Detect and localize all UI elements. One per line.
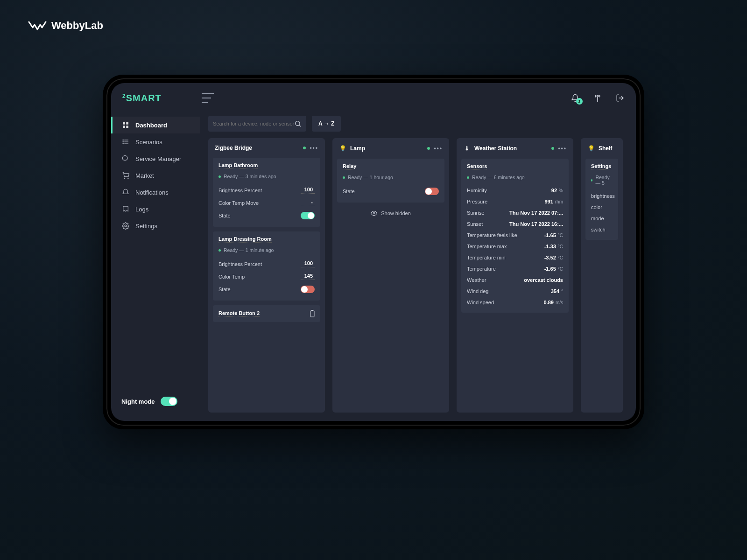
- card-menu-icon[interactable]: •••: [434, 145, 443, 152]
- row-unit: °C: [558, 244, 563, 249]
- card-menu-icon[interactable]: •••: [558, 145, 567, 152]
- svg-point-18: [373, 212, 375, 214]
- row-unit: °C: [558, 255, 563, 260]
- search-box[interactable]: [208, 116, 306, 132]
- row-unit: °: [561, 289, 563, 294]
- row-value[interactable]: 145: [301, 273, 315, 280]
- row-label: Wind deg: [467, 288, 488, 294]
- row-value[interactable]: 100: [301, 187, 315, 194]
- row-label: mode: [591, 216, 604, 221]
- svg-point-11: [124, 178, 125, 178]
- row-value[interactable]: -: [301, 199, 315, 206]
- logout-icon[interactable]: [615, 93, 625, 103]
- sidebar-item-dashboard[interactable]: Dashboard: [111, 117, 200, 133]
- row-label: Sunset: [467, 221, 483, 227]
- sub-title: Settings: [591, 163, 611, 170]
- sub-title: Relay: [343, 163, 356, 170]
- row-label: Temperature min: [467, 255, 506, 260]
- shelf-icon: 💡: [587, 145, 595, 152]
- svg-rect-4: [126, 126, 128, 128]
- show-hidden-button[interactable]: Show hidden: [337, 207, 444, 218]
- lamp-icon: 💡: [339, 145, 346, 152]
- webbylab-icon: [28, 20, 47, 32]
- row-label: Temperature: [467, 266, 496, 272]
- market-icon: [121, 171, 130, 180]
- row-label: Pressure: [467, 199, 487, 204]
- state-toggle[interactable]: [425, 188, 439, 195]
- row-value: -1.65: [544, 232, 556, 238]
- row-value: 354: [551, 288, 559, 294]
- sidebar-item-label: Notifications: [135, 189, 169, 196]
- svg-point-0: [597, 95, 598, 97]
- card-shelf: 💡Shelf Settings Ready — 5 brightness col…: [581, 138, 623, 413]
- row-label: Sunrise: [467, 210, 484, 216]
- scenarios-icon: [121, 138, 130, 146]
- row-value: 92: [551, 188, 557, 193]
- sidebar-item-scenarios[interactable]: Scenarios: [111, 133, 200, 150]
- row-unit: °C: [558, 233, 563, 238]
- sort-button[interactable]: A → Z: [312, 116, 341, 132]
- sidebar-item-service-manager[interactable]: Service Manager: [111, 150, 200, 167]
- sidebar-item-market[interactable]: Market: [111, 167, 200, 184]
- row-value[interactable]: 100: [301, 260, 315, 267]
- menu-icon[interactable]: [202, 93, 214, 103]
- sub-status: Ready — 3 minutes ago: [224, 174, 276, 179]
- app-logo-prefix: 2: [122, 93, 126, 99]
- sub-title: Sensors: [467, 163, 487, 170]
- sub-remote-button: Remote Button 2: [213, 305, 320, 322]
- sidebar: Dashboard Scenarios Service Manager Mark…: [111, 113, 200, 421]
- sub-relay: Relay Ready — 1 hour ago State: [337, 159, 444, 203]
- night-mode-toggle[interactable]: [161, 397, 177, 406]
- sidebar-item-notifications[interactable]: Notifications: [111, 184, 200, 201]
- row-label: brightness: [591, 193, 615, 199]
- app-logo-text: SMART: [126, 93, 162, 103]
- sub-shelf-settings: Settings Ready — 5 brightness color mode…: [585, 159, 618, 240]
- svg-point-12: [128, 178, 128, 178]
- row-label: State: [218, 213, 231, 218]
- app-screen: 2SMART 2 Dashboard Scenarios: [111, 83, 636, 421]
- row-value: Thu Nov 17 2022 07:...: [509, 210, 563, 216]
- row-label: Brightness Percent: [218, 261, 262, 267]
- row-label: Temperature max: [467, 244, 507, 249]
- row-label: Brightness Percent: [218, 188, 262, 193]
- search-input[interactable]: [213, 121, 294, 126]
- svg-rect-16: [310, 311, 314, 317]
- bell-icon: [121, 188, 130, 196]
- app-logo: 2SMART: [122, 93, 202, 104]
- svg-rect-2: [126, 122, 128, 125]
- battery-icon: [310, 310, 315, 317]
- tablet-frame: 2SMART 2 Dashboard Scenarios: [103, 75, 644, 429]
- eye-icon: [371, 210, 377, 217]
- sub-status: Ready — 1 minute ago: [224, 247, 274, 253]
- row-value: 0.89: [543, 300, 553, 305]
- row-label: State: [218, 287, 231, 292]
- card-title: Shelf: [599, 145, 612, 152]
- sub-title: Lamp Bathroom: [218, 162, 258, 169]
- status-dot: [303, 147, 306, 149]
- row-unit: m/s: [556, 300, 563, 305]
- antenna-icon[interactable]: [593, 93, 602, 103]
- sidebar-item-label: Scenarios: [135, 139, 162, 146]
- sidebar-item-logs[interactable]: Logs: [111, 201, 200, 217]
- row-label: Color Temp Move: [218, 200, 259, 206]
- svg-rect-3: [123, 126, 125, 128]
- row-label: Temperature feels like: [467, 232, 517, 238]
- sidebar-item-settings[interactable]: Settings: [111, 217, 200, 234]
- row-unit: %: [559, 188, 563, 193]
- sidebar-item-label: Service Manager: [135, 155, 181, 162]
- svg-point-13: [125, 225, 127, 227]
- state-toggle[interactable]: [301, 286, 315, 293]
- state-toggle[interactable]: [301, 212, 315, 219]
- svg-point-9: [123, 141, 123, 142]
- brand-text: WebbyLab: [51, 20, 103, 32]
- row-value: -1.33: [544, 244, 556, 249]
- row-value: -3.52: [544, 255, 556, 260]
- card-menu-icon[interactable]: •••: [310, 145, 318, 151]
- logs-icon: [121, 205, 130, 213]
- status-dot: [551, 147, 554, 150]
- card-weather: 🌡Weather Station••• Sensors Ready — 6 mi…: [457, 138, 573, 413]
- card-zigbee: Zigbee Bridge••• Lamp Bathroom Ready — 3…: [208, 138, 325, 413]
- card-title: Lamp: [350, 145, 365, 152]
- notifications-icon[interactable]: 2: [571, 93, 580, 103]
- row-value: -1.65: [544, 266, 556, 272]
